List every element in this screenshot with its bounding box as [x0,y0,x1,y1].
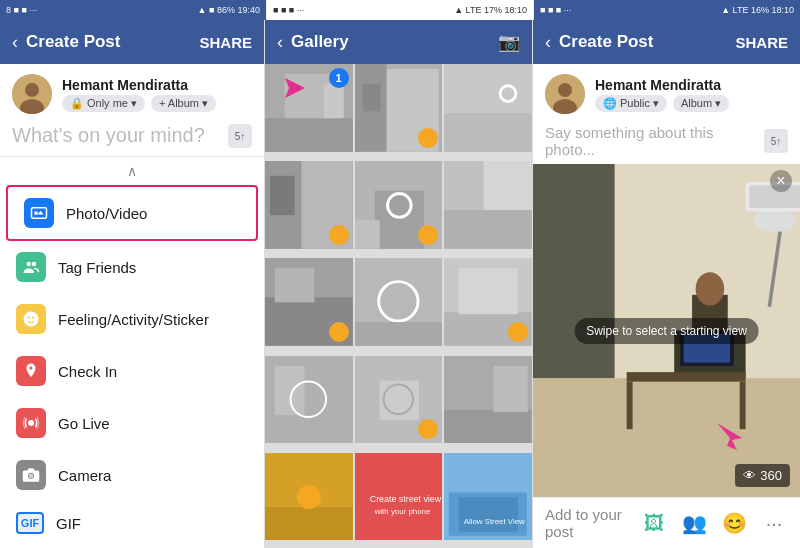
collapse-button[interactable]: ∧ [0,157,264,185]
footer-more-icon[interactable]: ··· [760,509,788,537]
privacy-pill-1[interactable]: 🔒 Only me ▾ [62,95,145,112]
status-time-2: ■ ■ ■ ··· [273,5,304,15]
user-name-3: Hemant Mendiratta [595,77,729,93]
svg-rect-23 [444,113,532,151]
user-name-1: Hemant Mendiratta [62,77,216,93]
gallery-item-8[interactable] [355,258,443,346]
album-pill-3[interactable]: Album ▾ [673,95,729,112]
share-button-1[interactable]: SHARE [199,34,252,51]
menu-label-tag: Tag Friends [58,259,136,276]
svg-rect-32 [355,220,380,249]
privacy-pill-3[interactable]: 🌐 Public ▾ [595,95,667,112]
share-button-3[interactable]: SHARE [735,34,788,51]
svg-point-1 [25,83,39,97]
gallery-item-1[interactable]: 1 [265,64,353,152]
gallery-item-3[interactable] [444,64,532,152]
menu-item-go-live[interactable]: Go Live [0,397,264,449]
feeling-icon [16,304,46,334]
gallery-selected-1: 1 [329,68,349,88]
svg-rect-34 [484,161,532,210]
gallery-item-13[interactable] [265,453,353,541]
photo-preview: × Swipe to select a starting view 👁 360 [533,164,800,497]
footer-feeling-icon[interactable]: 😊 [720,509,748,537]
svg-point-7 [24,312,39,327]
user-info-3: Hemant Mendiratta 🌐 Public ▾ Album ▾ [595,77,729,112]
status-time-1: 8 ■ ■ ··· [6,5,37,15]
menu-item-check-in[interactable]: Check In [0,345,264,397]
gallery-badge-9 [508,322,528,342]
vr-360-badge: 👁 360 [735,464,790,487]
svg-point-12 [29,474,34,479]
back-button-1[interactable]: ‹ [12,32,18,53]
gallery-item-14[interactable]: Create street viewwith your phone [355,453,443,541]
svg-rect-30 [374,191,423,249]
menu-item-camera[interactable]: Camera [0,449,264,501]
panel3-footer: Add to your post 🖼 👥 😊 ··· [533,497,800,548]
menu-item-feeling[interactable]: Feeling/Activity/Sticker [0,293,264,345]
user-info-1: Hemant Mendiratta 🔒 Only me ▾ + Album ▾ [62,77,216,112]
go-live-icon [16,408,46,438]
svg-text:with your phone: with your phone [373,507,430,516]
menu-label-checkin: Check In [58,363,117,380]
gallery-item-6[interactable] [444,161,532,249]
menu-label-feeling: Feeling/Activity/Sticker [58,311,209,328]
gallery-item-7[interactable] [265,258,353,346]
avatar-3 [545,74,585,114]
svg-point-72 [696,272,725,305]
gallery-item-15[interactable]: Allow Street View [444,453,532,541]
gallery-title: Gallery [291,32,498,52]
menu-item-photo-video[interactable]: Photo/Video [6,185,258,241]
char-count-1: 5↑ [228,124,252,148]
close-photo-button[interactable]: × [770,170,792,192]
svg-rect-41 [355,322,443,346]
gallery-item-9[interactable] [444,258,532,346]
svg-rect-74 [627,382,633,430]
panel1-header: ‹ Create Post SHARE [0,20,264,64]
add-to-post-text: Add to your post [545,506,640,540]
menu-item-tag-friends[interactable]: Tag Friends [0,241,264,293]
svg-rect-28 [270,176,295,215]
footer-photo-icon[interactable]: 🖼 [640,509,668,537]
back-button-3[interactable]: ‹ [545,32,551,53]
gallery-item-12[interactable] [444,356,532,444]
user-row-1: Hemant Mendiratta 🔒 Only me ▾ + Album ▾ [0,64,264,124]
svg-rect-73 [627,372,746,382]
gallery-item-2[interactable] [355,64,443,152]
gallery-badge-7 [329,322,349,342]
create-post-panel: ‹ Create Post SHARE Hemant Mendiratta 🔒 … [0,20,265,548]
svg-point-5 [27,262,32,267]
pink-arrow-360 [712,418,752,457]
svg-rect-44 [459,268,518,314]
gallery-item-4[interactable] [265,161,353,249]
album-pill-1[interactable]: + Album ▾ [151,95,216,112]
gallery-item-11[interactable] [355,356,443,444]
menu-items: Photo/Video Tag Friends Feeling/Activity… [0,185,264,548]
panel3-input-area: Say something about this photo... 5↑ [533,124,800,164]
svg-rect-17 [324,84,344,118]
lock-icon-1: 🔒 [70,97,84,110]
menu-label-camera: Camera [58,467,111,484]
svg-point-6 [32,262,37,267]
panel1-title: Create Post [26,32,199,52]
svg-rect-38 [275,268,314,302]
check-in-icon [16,356,46,386]
menu-label-gif: GIF [56,515,81,532]
gallery-grid: 1 [265,64,532,548]
gallery-camera-icon[interactable]: 📷 [498,31,520,53]
post-placeholder-1[interactable]: What's on your mind? [12,124,224,147]
footer-tag-icon[interactable]: 👥 [680,509,708,537]
panel3-placeholder[interactable]: Say something about this photo... [545,124,760,158]
svg-rect-53 [494,365,528,411]
gallery-item-10[interactable] [265,356,353,444]
gallery-item-5[interactable] [355,161,443,249]
back-button-2[interactable]: ‹ [277,32,283,53]
photo-video-icon [24,198,54,228]
svg-rect-15 [265,118,353,151]
svg-rect-61 [459,497,518,531]
char-count-3: 5↑ [764,129,788,153]
menu-item-gif[interactable]: GIF GIF [0,501,264,545]
tag-friends-icon [16,252,46,282]
svg-rect-52 [444,410,532,443]
svg-point-64 [558,83,572,97]
gallery-panel: ‹ Gallery 📷 1 [265,20,533,548]
